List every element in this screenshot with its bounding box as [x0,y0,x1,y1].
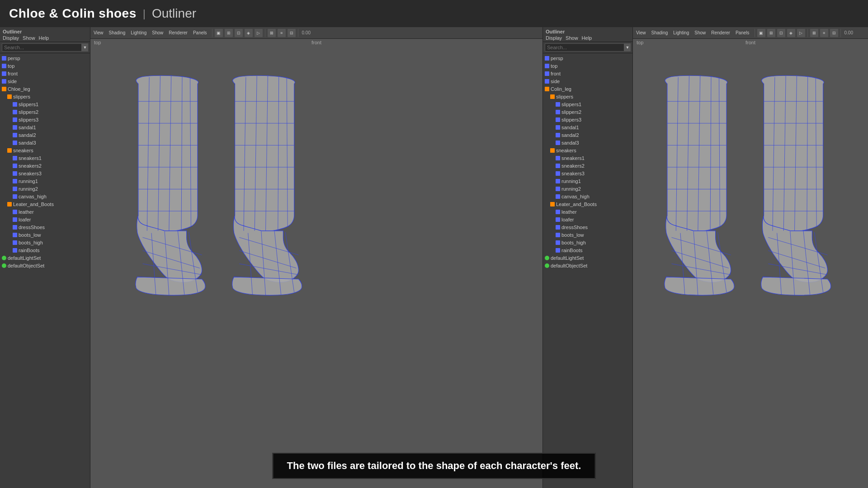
left-show-menu[interactable]: Show [23,35,35,41]
rv-btn1[interactable]: ▣ [757,28,766,38]
middle-search-dropdown[interactable]: ▼ [624,43,631,52]
tree-item-sneakers1[interactable]: sneakers1 [543,154,632,162]
rv-btn4[interactable]: ◈ [787,28,796,38]
middle-search-input[interactable] [545,43,624,52]
tree-item-running2[interactable]: running2 [0,185,90,192]
right-viewport-canvas[interactable]: top front [633,39,868,488]
left-viewport-canvas[interactable]: top front [90,39,542,488]
tree-item-chloe_leg[interactable]: Chloe_leg [0,85,90,93]
rv-show[interactable]: Show [693,29,707,36]
left-help-menu[interactable]: Help [39,35,49,41]
tree-item-sneakers3[interactable]: sneakers3 [0,169,90,177]
lv-btn7[interactable]: ≡ [277,28,286,38]
left-search-dropdown[interactable]: ▼ [82,43,88,52]
tree-item-running1[interactable]: running1 [0,177,90,185]
lv-btn3[interactable]: ⊡ [234,28,243,38]
tree-item-boots_low[interactable]: boots_low [0,231,90,239]
lv-shading[interactable]: Shading [108,29,127,36]
tree-item-top[interactable]: top [543,62,632,70]
tree-item-loafer[interactable]: loafer [543,216,632,223]
mid-show-menu[interactable]: Show [566,35,578,41]
tree-item-slippers[interactable]: slippers [543,93,632,100]
tree-item-sneakers2[interactable]: sneakers2 [0,162,90,169]
tree-item-slippers2[interactable]: slippers2 [543,108,632,116]
tree-item-color-sq [556,225,560,230]
tree-item-side[interactable]: side [543,77,632,85]
left-display-menu[interactable]: Display [3,35,19,41]
tree-item-boots_low[interactable]: boots_low [543,231,632,239]
rv-panels[interactable]: Panels [734,29,751,36]
tree-item-sneakers[interactable]: sneakers [543,146,632,154]
tree-item-colin_leg[interactable]: Colin_leg [543,85,632,93]
tree-item-slippers[interactable]: slippers [0,93,90,100]
rv-lighting[interactable]: Lighting [672,29,690,36]
mid-help-menu[interactable]: Help [582,35,592,41]
rv-btn5[interactable]: ▷ [797,28,806,38]
tree-item-canvas_high[interactable]: canvas_high [0,192,90,200]
rv-btn8[interactable]: ⊟ [830,28,839,38]
tree-item-slippers3[interactable]: slippers3 [543,116,632,123]
lv-btn4[interactable]: ◈ [244,28,253,38]
tree-item-leather[interactable]: leather [543,208,632,216]
tree-item-sneakers[interactable]: sneakers [0,146,90,154]
tree-item-sandal3[interactable]: sandal3 [543,139,632,146]
mid-display-menu[interactable]: Display [546,35,562,41]
tree-item-sneakers1[interactable]: sneakers1 [0,154,90,162]
rv-btn6[interactable]: ⊠ [810,28,819,38]
tree-item-defaultobjectset[interactable]: defaultObjectSet [0,262,90,269]
tree-item-loafer[interactable]: loafer [0,216,90,223]
rv-btn7[interactable]: ≡ [820,28,829,38]
lv-btn6[interactable]: ⊠ [267,28,276,38]
tree-item-sandal3[interactable]: sandal3 [0,139,90,146]
tree-item-defaultlightset[interactable]: defaultLightSet [0,254,90,262]
lv-btn2[interactable]: ⊞ [224,28,233,38]
tree-item-color-sq [2,263,6,268]
lv-show[interactable]: Show [151,29,165,36]
tree-item-rainboots[interactable]: rainBoots [543,246,632,254]
tree-item-front[interactable]: front [0,70,90,77]
tree-item-sneakers2[interactable]: sneakers2 [543,162,632,169]
tree-item-sandal2[interactable]: sandal2 [543,131,632,139]
tree-item-slippers2[interactable]: slippers2 [0,108,90,116]
tree-item-dressshoes[interactable]: dressShoes [543,223,632,231]
rv-view[interactable]: View [635,29,647,36]
tree-item-sandal1[interactable]: sandal1 [0,123,90,131]
tree-item-running2[interactable]: running2 [543,185,632,192]
tree-item-sandal2[interactable]: sandal2 [0,131,90,139]
lv-lighting[interactable]: Lighting [129,29,148,36]
lv-renderer[interactable]: Renderer [167,29,189,36]
tree-item-leater_and_boots[interactable]: Leater_and_Boots [543,200,632,208]
tree-item-sneakers3[interactable]: sneakers3 [543,169,632,177]
lv-btn5[interactable]: ▷ [254,28,263,38]
tree-item-slippers1[interactable]: slippers1 [543,100,632,108]
lv-view[interactable]: View [92,29,105,36]
tree-item-boots_high[interactable]: boots_high [0,239,90,246]
tree-item-defaultlightset[interactable]: defaultLightSet [543,254,632,262]
rv-btn2[interactable]: ⊞ [767,28,776,38]
tree-item-persp[interactable]: persp [543,54,632,62]
left-search-input[interactable] [2,43,82,52]
tree-item-color-sq [13,233,17,237]
tree-item-defaultobjectset[interactable]: defaultObjectSet [543,262,632,269]
lv-panels[interactable]: Panels [192,29,208,36]
tree-item-rainboots[interactable]: rainBoots [0,246,90,254]
rv-btn3[interactable]: ⊡ [777,28,786,38]
tree-item-running1[interactable]: running1 [543,177,632,185]
tree-item-top[interactable]: top [0,62,90,70]
tree-item-side[interactable]: side [0,77,90,85]
tree-item-sandal1[interactable]: sandal1 [543,123,632,131]
lv-btn1[interactable]: ▣ [214,28,223,38]
tree-item-dressshoes[interactable]: dressShoes [0,223,90,231]
tree-item-leather[interactable]: leather [0,208,90,216]
tree-item-slippers1[interactable]: slippers1 [0,100,90,108]
rv-renderer[interactable]: Renderer [710,29,731,36]
tree-item-slippers3[interactable]: slippers3 [0,116,90,123]
tree-item-leater_and_boots[interactable]: Leater_and_Boots [0,200,90,208]
rv-shading[interactable]: Shading [650,29,670,36]
tree-item-boots_high[interactable]: boots_high [543,239,632,246]
tree-item-persp[interactable]: persp [0,54,90,62]
tree-item-canvas_high[interactable]: canvas_high [543,192,632,200]
lv-btn8[interactable]: ⊟ [287,28,296,38]
tree-item-color-sq [556,248,560,253]
tree-item-front[interactable]: front [543,70,632,77]
